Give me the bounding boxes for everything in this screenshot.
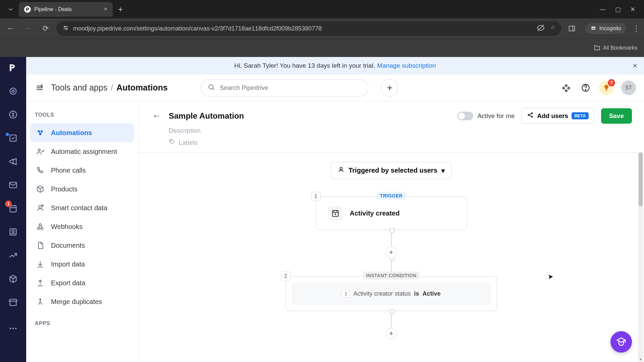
sidebar-item-label: Export data bbox=[51, 279, 85, 287]
side-panel-icon[interactable] bbox=[565, 22, 579, 35]
svg-line-45 bbox=[529, 115, 532, 116]
trigger-node[interactable]: 1 TRIGGER Activity created bbox=[316, 196, 467, 230]
browser-tab[interactable]: P Pipeline - Deals × bbox=[19, 2, 113, 17]
condition-number: 1 bbox=[342, 290, 350, 298]
new-tab-button[interactable]: + bbox=[118, 5, 123, 14]
user-icon bbox=[338, 166, 344, 175]
rail-item-deals[interactable] bbox=[7, 109, 19, 121]
rail-item-leads[interactable] bbox=[7, 85, 19, 97]
manage-subscription-link[interactable]: Manage subscription bbox=[377, 62, 436, 69]
rail-item-more[interactable] bbox=[7, 322, 19, 335]
all-bookmarks-label: All Bookmarks bbox=[603, 45, 637, 51]
flow-canvas[interactable]: Triggered by selected users ▾ 1 TRIGGER … bbox=[139, 153, 644, 362]
sidebar-item-merge-duplicates[interactable]: Merge duplicates bbox=[30, 292, 134, 311]
chevron-down-icon: ▾ bbox=[441, 167, 445, 175]
search-box[interactable] bbox=[201, 79, 368, 97]
sidebar-item-products[interactable]: Products bbox=[30, 180, 134, 198]
svg-point-8 bbox=[594, 28, 595, 30]
site-settings-icon[interactable] bbox=[62, 24, 69, 33]
sidebar-item-label: Webhooks bbox=[51, 223, 83, 231]
svg-point-9 bbox=[10, 88, 16, 95]
search-input[interactable] bbox=[220, 84, 361, 92]
nav-back-icon[interactable]: ← bbox=[4, 22, 17, 35]
node-type-badge: TRIGGER bbox=[377, 192, 406, 200]
rail-item-insights[interactable] bbox=[7, 249, 19, 261]
trial-close-icon[interactable]: × bbox=[633, 61, 637, 70]
add-users-button[interactable]: Add users BETA bbox=[521, 108, 594, 124]
back-arrow-icon[interactable]: ← bbox=[151, 110, 163, 122]
bookmark-star-icon[interactable]: ☆ bbox=[550, 24, 555, 33]
quick-add-button[interactable]: + bbox=[381, 79, 398, 97]
tab-close-icon[interactable]: × bbox=[104, 6, 107, 13]
save-button[interactable]: Save bbox=[601, 108, 632, 124]
svg-rect-5 bbox=[569, 26, 575, 31]
sidebar-item-automations[interactable]: Automations bbox=[30, 123, 134, 142]
active-toggle[interactable] bbox=[457, 112, 473, 120]
add-step-button[interactable]: + bbox=[386, 247, 397, 258]
browser-menu-icon[interactable]: ⋮ bbox=[633, 24, 640, 33]
tab-favicon: P bbox=[24, 6, 31, 13]
sidebar-toggle-icon[interactable] bbox=[34, 82, 45, 93]
close-window-icon[interactable]: ✕ bbox=[630, 6, 635, 13]
rail-badge: 1 bbox=[5, 200, 12, 207]
connector-line bbox=[391, 230, 392, 247]
help-icon[interactable] bbox=[580, 82, 592, 94]
rail-item-contacts[interactable] bbox=[7, 226, 19, 238]
tabs-dropdown-icon[interactable] bbox=[3, 1, 19, 17]
nav-reload-icon[interactable]: ⟳ bbox=[39, 22, 52, 35]
minimize-icon[interactable]: — bbox=[600, 6, 606, 13]
condition-field: Activity creator status bbox=[353, 290, 411, 297]
svg-point-20 bbox=[10, 328, 11, 329]
import-icon bbox=[36, 259, 45, 269]
labels-field[interactable]: Labels bbox=[151, 138, 632, 147]
eye-off-icon[interactable] bbox=[537, 24, 544, 33]
condition-node[interactable]: 2 INSTANT CONDITION 1 Activity creator s… bbox=[286, 276, 497, 311]
apps-icon[interactable] bbox=[560, 82, 572, 94]
automation-title[interactable]: Sample Automation bbox=[169, 111, 244, 121]
top-header: Tools and apps / Automations + ? ST bbox=[26, 74, 644, 101]
trial-banner: Hi, Sarah Tyler! You have 13 days left i… bbox=[26, 57, 644, 74]
assignment-icon bbox=[36, 147, 45, 156]
scroll-down-icon[interactable]: ▾ bbox=[638, 357, 643, 362]
sidebar-item-auto-assignment[interactable]: Automatic assignment bbox=[30, 142, 134, 161]
sidebar-item-documents[interactable]: Documents bbox=[30, 236, 134, 255]
incognito-chip[interactable]: Incognito bbox=[585, 23, 626, 34]
svg-point-47 bbox=[340, 167, 342, 170]
scrollbar-thumb[interactable] bbox=[639, 153, 643, 206]
sidebar-section-apps: APPS bbox=[30, 318, 134, 332]
tips-bulb-icon[interactable]: ? bbox=[599, 80, 614, 95]
rail-item-campaigns[interactable] bbox=[7, 156, 19, 168]
description-field[interactable]: Description bbox=[151, 127, 632, 134]
svg-point-7 bbox=[591, 28, 593, 30]
sidebar-item-phone-calls[interactable]: Phone calls bbox=[30, 161, 134, 180]
breadcrumb: Tools and apps / Automations bbox=[51, 83, 168, 93]
rail-item-projects[interactable] bbox=[7, 132, 19, 144]
nav-forward-icon[interactable]: → bbox=[21, 22, 35, 35]
address-bar[interactable]: moodjoy.pipedrive.com/settings/automatio… bbox=[56, 21, 561, 36]
trigger-select-label: Triggered by selected users bbox=[348, 167, 437, 174]
rail-item-mail[interactable] bbox=[7, 179, 19, 191]
icon-rail: 1 bbox=[0, 57, 26, 362]
sidebar-item-label: Phone calls bbox=[51, 167, 86, 174]
avatar[interactable]: ST bbox=[621, 80, 636, 95]
sidebar-item-export-data[interactable]: Export data bbox=[30, 274, 134, 292]
trigger-node-title: Activity created bbox=[350, 209, 400, 217]
rail-item-products[interactable] bbox=[7, 273, 19, 285]
export-icon bbox=[36, 278, 45, 288]
sidebar-item-smart-contact[interactable]: Smart contact data bbox=[30, 198, 134, 217]
trigger-user-select[interactable]: Triggered by selected users ▾ bbox=[331, 162, 452, 179]
help-fab[interactable] bbox=[610, 331, 632, 353]
incognito-label: Incognito bbox=[599, 25, 621, 32]
sidebar-item-import-data[interactable]: Import data bbox=[30, 255, 134, 274]
app-logo[interactable] bbox=[7, 62, 19, 74]
webhooks-icon bbox=[36, 222, 45, 231]
all-bookmarks-button[interactable]: All Bookmarks bbox=[594, 45, 637, 51]
scrollbar[interactable]: ▾ bbox=[638, 153, 643, 362]
condition-row[interactable]: 1 Activity creator status is Active bbox=[292, 283, 491, 305]
add-step-button[interactable]: + bbox=[386, 328, 397, 339]
breadcrumb-root[interactable]: Tools and apps bbox=[51, 83, 107, 93]
sidebar-item-webhooks[interactable]: Webhooks bbox=[30, 217, 134, 236]
rail-item-activities[interactable]: 1 bbox=[7, 202, 19, 215]
maximize-icon[interactable]: ▢ bbox=[615, 6, 621, 13]
rail-item-marketplace[interactable] bbox=[7, 296, 19, 308]
